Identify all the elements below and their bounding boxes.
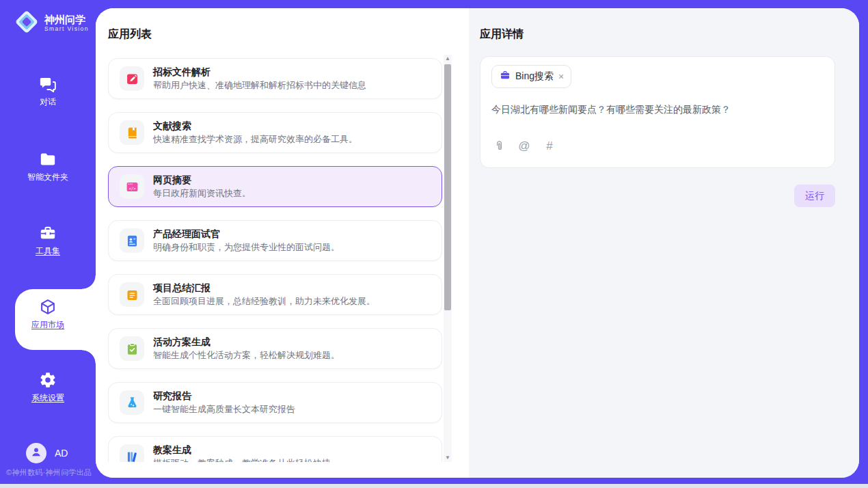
mention-icon[interactable]: @ [517, 139, 531, 152]
clipboard-check-icon [120, 336, 144, 361]
app-card-description: 智能生成个性化活动方案，轻松解决规划难题。 [153, 350, 340, 361]
scroll-up-icon[interactable]: ▲ [444, 55, 452, 63]
run-row: 运行 [480, 185, 835, 207]
sidebar-item-app-market[interactable]: 应用市场 [0, 298, 96, 331]
toolbox-icon [39, 224, 57, 242]
scrollbar-thumb[interactable] [444, 64, 451, 310]
flask-icon [120, 390, 144, 415]
app-card-project-summary[interactable]: 项目总结汇报 全面回顾项目进展，总结经验教训，助力未来优化发展。 [108, 274, 442, 315]
app-detail-title: 应用详情 [480, 27, 524, 42]
app-list: 招标文件解析 帮助用户快速、准确地理解和解析招标书中的关键信息 文献搜索 快速精… [108, 58, 442, 462]
logo-diamond-icon [14, 9, 40, 38]
scroll-down-icon[interactable]: ▼ [444, 454, 452, 462]
sidebar-item-label: 工具集 [0, 245, 96, 257]
composer-card: Bing搜索 × 今日湖北有哪些新闻要点？有哪些需要关注的最新政策？ @ # [480, 56, 835, 168]
edit-document-icon [120, 66, 144, 91]
tool-chip-label: Bing搜索 [515, 70, 554, 83]
folder-icon [39, 150, 57, 168]
tool-chip-bing-search[interactable]: Bing搜索 × [491, 65, 571, 88]
window-bottom-edge [0, 484, 868, 488]
browser-code-icon: </> [120, 174, 144, 199]
sidebar-item-smart-folder[interactable]: 智能文件夹 [0, 150, 96, 183]
app-card-literature-search[interactable]: 文献搜索 快速精准查找学术资源，提高研究效率的必备工具。 [108, 112, 442, 153]
copyright-footer: ©神州数码·神州问学出品 [6, 467, 96, 478]
sidebar-item-toolset[interactable]: 工具集 [0, 224, 96, 257]
app-card-description: 模板驱动，教案秒成，教学准备从此轻松快捷 [153, 458, 331, 462]
app-title: 神州问学 [44, 14, 89, 25]
app-card-description: 明确身份和职责，为您提供专业性的面试问题。 [153, 242, 340, 253]
gear-icon [39, 371, 57, 389]
app-card-title: 活动方案生成 [153, 336, 340, 348]
cube-icon [39, 298, 57, 316]
active-nav-bubble-curve [82, 275, 96, 289]
briefcase-icon [500, 70, 511, 83]
app-card-title: 产品经理面试官 [153, 228, 340, 240]
app-card-title: 教案生成 [153, 444, 331, 456]
app-card-web-summary-selected[interactable]: </> 网页摘要 每日政府新闻资讯快查。 [108, 166, 442, 207]
query-input[interactable]: 今日湖北有哪些新闻要点？有哪些需要关注的最新政策？ [491, 103, 824, 117]
sidebar-item-system-settings[interactable]: 系统设置 [0, 371, 96, 404]
active-nav-bubble-curve [82, 350, 96, 364]
sidebar: 神州问学 Smart Vision 对话 智能文件夹 工具集 应用市场 系统设置… [0, 0, 96, 488]
hash-icon[interactable]: # [543, 139, 556, 152]
user-label: AD [55, 448, 68, 459]
user-icon [30, 446, 42, 461]
sidebar-item-chat[interactable]: 对话 [0, 75, 96, 108]
app-logo: 神州问学 Smart Vision [14, 9, 89, 38]
user-account[interactable]: AD [26, 443, 68, 463]
sidebar-item-label: 智能文件夹 [0, 172, 96, 183]
app-card-title: 招标文件解析 [153, 66, 366, 78]
app-card-description: 每日政府新闻资讯快查。 [153, 188, 251, 199]
calendar-icon [120, 282, 144, 307]
app-list-title: 应用列表 [108, 27, 152, 42]
svg-text:</>: </> [128, 186, 136, 190]
sidebar-item-label: 对话 [0, 96, 96, 108]
app-card-bid-analysis[interactable]: 招标文件解析 帮助用户快速、准确地理解和解析招标书中的关键信息 [108, 58, 442, 99]
app-list-panel: 应用列表 招标文件解析 帮助用户快速、准确地理解和解析招标书中的关键信息 文献搜… [96, 8, 469, 478]
app-card-lesson-plan[interactable]: 教案生成 模板驱动，教案秒成，教学准备从此轻松快捷 [108, 436, 442, 462]
run-button[interactable]: 运行 [794, 185, 835, 207]
app-detail-panel: 应用详情 Bing搜索 × 今日湖北有哪些新闻要点？有哪些需要关注的最新政策？ … [469, 8, 859, 478]
app-card-title: 研究报告 [153, 390, 295, 402]
main-content: 应用列表 招标文件解析 帮助用户快速、准确地理解和解析招标书中的关键信息 文献搜… [96, 8, 859, 478]
books-icon [120, 444, 144, 462]
app-card-title: 文献搜索 [153, 120, 357, 132]
avatar [26, 443, 46, 463]
sidebar-item-label: 系统设置 [0, 392, 96, 404]
close-icon[interactable]: × [558, 70, 564, 83]
app-card-description: 一键智能生成高质量长文本研究报告 [153, 404, 295, 415]
composer-toolbar: @ # [492, 139, 556, 152]
app-card-title: 项目总结汇报 [153, 282, 375, 294]
resume-icon [120, 228, 144, 253]
app-card-research-report[interactable]: 研究报告 一键智能生成高质量长文本研究报告 [108, 382, 442, 423]
app-card-event-plan[interactable]: 活动方案生成 智能生成个性化活动方案，轻松解决规划难题。 [108, 328, 442, 369]
list-scrollbar[interactable]: ▲ ▼ [444, 55, 452, 462]
app-card-description: 全面回顾项目进展，总结经验教训，助力未来优化发展。 [153, 296, 375, 307]
app-card-description: 帮助用户快速、准确地理解和解析招标书中的关键信息 [153, 80, 366, 91]
sidebar-item-label: 应用市场 [0, 319, 96, 331]
app-card-title: 网页摘要 [153, 174, 251, 186]
app-subtitle: Smart Vision [44, 26, 89, 33]
app-card-pm-interviewer[interactable]: 产品经理面试官 明确身份和职责，为您提供专业性的面试问题。 [108, 220, 442, 261]
app-card-description: 快速精准查找学术资源，提高研究效率的必备工具。 [153, 134, 357, 145]
chat-icon [39, 75, 57, 93]
book-icon [120, 120, 144, 145]
attachment-icon[interactable] [492, 139, 506, 152]
